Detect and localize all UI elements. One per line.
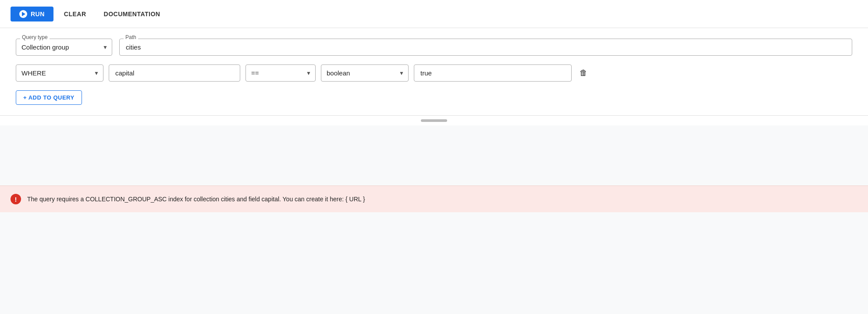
clause-type-wrapper: WHERE ORDER BY LIMIT OFFSET ▼ bbox=[16, 64, 103, 82]
operator-select[interactable]: == != < <= > >= array-contains in not-in bbox=[245, 64, 316, 82]
value-input[interactable] bbox=[414, 64, 572, 82]
add-to-query-button[interactable]: + ADD TO QUERY bbox=[16, 90, 82, 105]
clear-button[interactable]: CLEAR bbox=[57, 7, 93, 21]
field-input[interactable] bbox=[109, 64, 240, 82]
content-area bbox=[0, 115, 868, 186]
error-message: The query requires a COLLECTION_GROUP_AS… bbox=[27, 196, 365, 203]
run-label: RUN bbox=[31, 11, 45, 18]
path-group: Path bbox=[119, 39, 852, 56]
path-label: Path bbox=[124, 34, 138, 40]
run-button[interactable]: RUN bbox=[11, 7, 53, 21]
query-path-row: Query type Collection Collection group ▼… bbox=[16, 39, 852, 56]
error-exclamation: ! bbox=[15, 196, 17, 203]
query-type-select[interactable]: Collection Collection group bbox=[16, 39, 112, 56]
documentation-button[interactable]: DOCUMENTATION bbox=[97, 7, 167, 21]
play-triangle bbox=[22, 12, 25, 16]
query-type-label: Query type bbox=[20, 34, 50, 40]
play-icon bbox=[19, 10, 27, 18]
operator-wrapper: == != < <= > >= array-contains in not-in… bbox=[245, 64, 316, 82]
delete-icon: 🗑 bbox=[580, 68, 587, 78]
type-select[interactable]: string number boolean null timestamp geo… bbox=[321, 64, 409, 82]
query-type-select-wrapper: Collection Collection group ▼ bbox=[16, 39, 112, 56]
delete-clause-button[interactable]: 🗑 bbox=[577, 66, 590, 80]
clause-type-select[interactable]: WHERE ORDER BY LIMIT OFFSET bbox=[16, 64, 103, 82]
error-icon: ! bbox=[11, 194, 21, 204]
error-banner: ! The query requires a COLLECTION_GROUP_… bbox=[0, 186, 868, 212]
main-content: Query type Collection Collection group ▼… bbox=[0, 28, 868, 115]
where-row: WHERE ORDER BY LIMIT OFFSET ▼ == != < <=… bbox=[16, 64, 852, 82]
query-type-group: Query type Collection Collection group ▼ bbox=[16, 39, 112, 56]
scroll-indicator bbox=[0, 115, 868, 125]
scroll-handle bbox=[421, 119, 447, 122]
toolbar: RUN CLEAR DOCUMENTATION bbox=[0, 0, 868, 28]
add-query-section: + ADD TO QUERY bbox=[16, 90, 852, 105]
type-wrapper: string number boolean null timestamp geo… bbox=[321, 64, 409, 82]
path-input[interactable] bbox=[119, 39, 852, 56]
